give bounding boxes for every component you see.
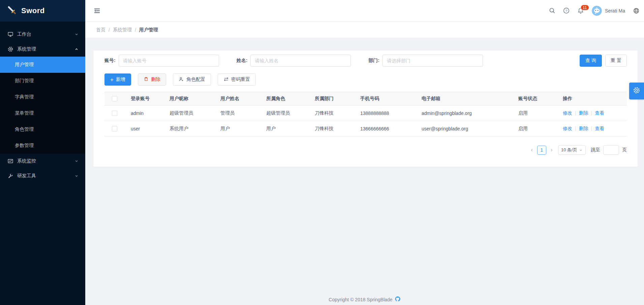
sidebar-item-menu-mgmt[interactable]: 菜单管理 [0,105,85,121]
filter-name: 姓名: [237,55,351,67]
next-page-icon[interactable] [549,148,554,152]
jump-page-input[interactable] [603,145,619,155]
sidebar-item-dept-mgmt[interactable]: 部门管理 [0,73,85,89]
col-login-account: 登录账号 [125,92,163,105]
action-divider: | [591,110,592,116]
wrench-icon [7,173,13,179]
cell-nickname: 超级管理员 [163,105,214,121]
role-config-button[interactable]: 角色配置 [173,73,211,86]
delete-button[interactable]: 删除 [138,73,166,86]
menu-fold-icon[interactable] [93,7,101,14]
delete-link[interactable]: 删除 [579,126,588,131]
edit-link[interactable]: 修改 [563,126,572,131]
cell-dept: 刀锋科技 [309,105,354,121]
sidebar-item-workbench[interactable]: 工作台 [0,27,85,42]
select-all-checkbox[interactable] [112,96,117,101]
account-input[interactable] [119,55,219,67]
cell-account: admin [125,105,163,121]
sidebar-item-system-monitor[interactable]: 系统监控 [0,154,85,169]
sidebar-item-label: 菜单管理 [15,110,34,116]
person-plus-icon [179,77,184,83]
delete-link[interactable]: 删除 [579,110,588,116]
sidebar-item-dict-mgmt[interactable]: 字典管理 [0,89,85,105]
filter-actions: 查 询 重 置 [580,55,627,67]
globe-icon[interactable] [633,7,640,14]
name-label: 姓名: [237,58,248,64]
col-nickname: 用户昵称 [163,92,214,105]
page-size-value: 10 条/页 [561,147,577,153]
filter-dept: 部门: [368,55,483,67]
sidebar-item-system-mgmt[interactable]: 系统管理 [0,42,85,57]
sidebar-item-label: 角色管理 [15,126,34,132]
view-link[interactable]: 查看 [595,126,604,131]
sidebar-item-label: 字典管理 [15,94,34,100]
submenu-system-mgmt: 用户管理 部门管理 字典管理 菜单管理 角色管理 参数管理 [0,57,85,154]
sidebar-item-dev-tools[interactable]: 研发工具 [0,169,85,183]
sword-icon [7,5,17,17]
plus-icon: + [110,77,114,83]
cell-actions: 修改|删除|查看 [557,121,627,136]
toolbar: + 新增 删除 角色配置 [104,73,627,86]
footer: Copyright © 2018 SpringBlade [85,296,644,303]
sidebar-item-label: 工作台 [17,31,74,37]
sidebar-item-label: 参数管理 [15,143,34,149]
notifications-bell[interactable]: 11 [577,7,584,14]
sidebar-item-label: 研发工具 [17,173,74,179]
action-divider: | [575,126,576,131]
col-status: 账号状态 [512,92,557,105]
github-icon[interactable] [395,296,401,303]
pagination: 1 10 条/页 跳至 页 [104,145,627,155]
cell-role: 超级管理员 [260,105,309,121]
search-icon[interactable] [549,7,555,14]
edit-link[interactable]: 修改 [563,110,572,116]
col-dept: 所属部门 [309,92,354,105]
search-button[interactable]: 查 询 [580,55,602,67]
prev-page-icon[interactable] [530,148,534,152]
page-number-1[interactable]: 1 [537,146,546,155]
logo[interactable]: Sword [0,0,85,22]
app-root: Sword 工作台 系统管理 [0,0,644,305]
cell-phone: 13888888888 [354,105,416,121]
add-button-label: 新增 [116,77,125,83]
action-divider: | [575,110,576,116]
breadcrumb-separator: / [109,27,110,33]
chevron-down-icon [74,32,79,36]
help-icon[interactable]: ? [563,7,570,14]
header-actions: ? 11 Serati Ma [549,6,644,16]
table-row: user 系统用户 用户 用户 刀锋科技 13666666666 user@sp… [104,121,627,136]
breadcrumb-home[interactable]: 首页 [96,27,105,33]
avatar [592,6,602,16]
name-input[interactable] [250,55,351,67]
sidebar: Sword 工作台 系统管理 [0,0,85,305]
app-title: Sword [21,6,45,15]
cell-nickname: 系统用户 [163,121,214,136]
filter-account: 账号: [104,55,219,67]
col-user-name: 用户姓名 [214,92,260,105]
breadcrumb-system-mgmt[interactable]: 系统管理 [113,27,132,33]
dept-label: 部门: [368,58,379,64]
sidebar-item-user-mgmt[interactable]: 用户管理 [0,57,85,73]
reset-password-label: 密码重置 [231,77,250,83]
view-link[interactable]: 查看 [595,110,604,116]
user-name: Serati Ma [605,8,625,13]
sidebar-item-role-mgmt[interactable]: 角色管理 [0,121,85,138]
dept-select[interactable] [382,55,483,67]
row-checkbox[interactable] [112,126,117,131]
theme-settings-button[interactable] [629,83,644,99]
add-button[interactable]: + 新增 [104,73,131,86]
row-checkbox[interactable] [112,111,117,116]
reset-password-button[interactable]: 密码重置 [218,73,256,86]
col-actions: 操作 [557,92,627,105]
chevron-down-icon [579,148,583,152]
monitor-icon [7,31,13,37]
cell-role: 用户 [260,121,309,136]
sidebar-item-param-mgmt[interactable]: 参数管理 [0,138,85,154]
sidebar-item-label: 部门管理 [15,78,34,84]
user-menu[interactable]: Serati Ma [592,6,625,16]
cell-status: 启用 [512,105,557,121]
page-size-select[interactable]: 10 条/页 [558,145,586,155]
cell-dept: 刀锋科技 [309,121,354,136]
page-unit-label: 页 [622,147,627,153]
breadcrumb-bar: 首页 / 系统管理 / 用户管理 [85,22,644,38]
reset-button[interactable]: 重 置 [605,55,627,67]
